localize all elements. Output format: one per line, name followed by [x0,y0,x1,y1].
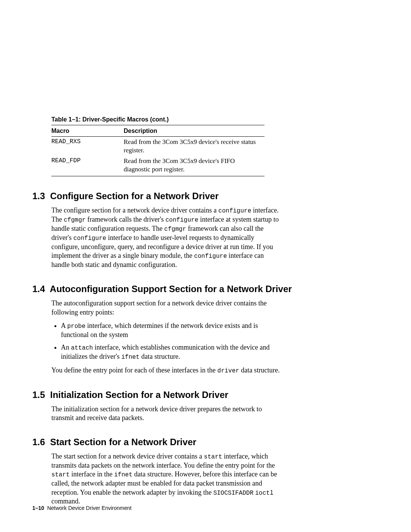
code-start: start [51,471,70,478]
code-configure: configure [166,217,198,224]
section-heading-1-6: 1.6 Start Section for a Network Driver [32,437,358,447]
paragraph: You define the entry point for each of t… [51,366,284,375]
table-header-row: Macro Description [51,125,264,137]
section-title: Autoconfiguration Support Section for a … [50,284,292,294]
page-footer: 1–10 Network Device Driver Environment [32,505,132,511]
list-item: A probe interface, which determines if t… [61,321,282,339]
section-heading-1-4: 1.4 Autoconfiguration Support Section fo… [32,284,358,294]
table-row: READ_FDP Read from the 3Com 3C5x9 device… [51,156,264,176]
code-configure: configure [194,253,227,260]
table-caption: Table 1–1: Driver-Specific Macros (cont.… [51,116,358,123]
code-ifnet: ifnet [121,354,140,361]
th-description: Description [124,125,264,137]
code-cfgmgr: cfgmgr [164,226,186,233]
text: data structure. [140,353,180,360]
text: The start section for a network device d… [51,452,204,460]
code-probe: probe [67,323,86,330]
section-title: Configure Section for a Network Driver [50,191,219,201]
page-number: 1–10 [32,505,44,511]
code-configure: configure [73,235,106,242]
section-title: Initialization Section for a Network Dri… [50,390,228,400]
page: Table 1–1: Driver-Specific Macros (cont.… [0,0,411,532]
code-ifnet: ifnet [114,471,132,478]
content-area: Table 1–1: Driver-Specific Macros (cont.… [51,116,358,506]
text: framework calls the driver's [86,216,166,223]
text: interface, which determines if the netwo… [61,322,258,339]
cell-desc: Read from the 3Com 3C5x9 device's FIFO d… [124,156,264,176]
code-start: start [204,454,222,460]
text: An [61,343,71,351]
text: You define the entry point for each of t… [51,366,217,374]
cell-macro: READ_RXS [51,137,124,156]
code-driver: driver [217,367,239,374]
code-cfgmgr: cfgmgr [64,217,86,224]
table-row: READ_RXS Read from the 3Com 3C5x9 device… [51,137,264,156]
code-configure: configure [218,208,251,214]
section-number: 1.6 [32,437,45,447]
cell-desc: Read from the 3Com 3C5x9 device's receiv… [124,137,264,156]
bullet-list: A probe interface, which determines if t… [51,321,282,361]
text: interface in the [70,470,114,478]
text: The configure section for a network devi… [51,206,218,214]
paragraph: The autoconfiguration support section fo… [51,299,284,317]
section-heading-1-3: 1.3 Configure Section for a Network Driv… [32,191,358,201]
code-attach: attach [71,345,93,351]
text: command. [51,497,80,505]
text: data structure. [239,366,280,374]
section-title: Start Section for a Network Driver [50,437,196,447]
section-number: 1.3 [32,191,45,201]
paragraph: The initialization section for a network… [51,405,284,423]
paragraph: The configure section for a network devi… [51,206,284,269]
section-number: 1.5 [32,390,45,400]
code-ioctl: ioctl [255,490,274,497]
text: A [61,322,67,329]
macros-table: Macro Description READ_RXS Read from the… [51,125,264,176]
code-siocsifaddr: SIOCSIFADDR [213,490,253,497]
list-item: An attach interface, which establishes c… [61,343,282,361]
th-macro: Macro [51,125,124,137]
section-heading-1-5: 1.5 Initialization Section for a Network… [32,390,358,400]
cell-macro: READ_FDP [51,156,124,176]
section-number: 1.4 [32,284,45,294]
footer-label: Network Device Driver Environment [47,505,132,511]
paragraph: The start section for a network device d… [51,452,284,506]
